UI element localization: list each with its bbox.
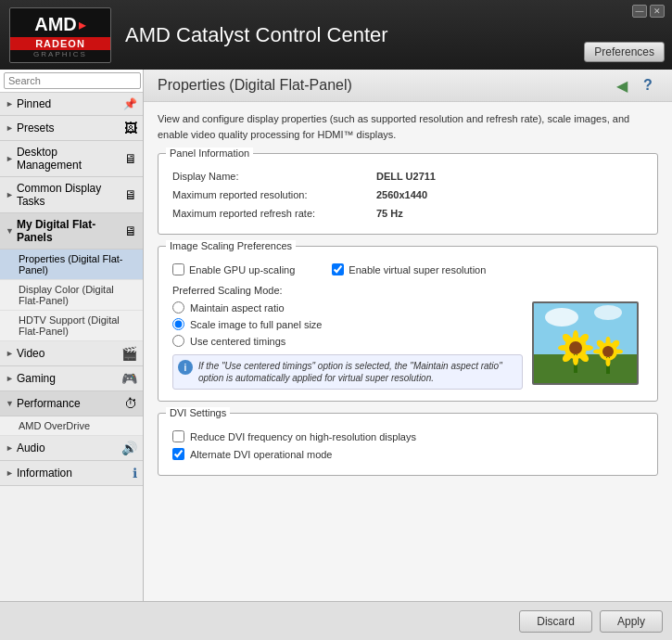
sidebar-item-pinned[interactable]: ► Pinned 📌 (0, 93, 143, 116)
svg-point-19 (606, 357, 611, 366)
video-icon: 🎬 (121, 346, 137, 361)
sidebar-label-video: Video (17, 347, 121, 360)
sidebar-item-common-display[interactable]: ► Common Display Tasks 🖥 (0, 177, 143, 213)
enable-vsr-label: Enable virtual super resolution (349, 264, 486, 275)
amd-text: AMD (34, 14, 77, 35)
sidebar-sublabel-display-color: Display Color (Digital Flat-Panel) (19, 284, 135, 306)
sidebar-item-flat-panels[interactable]: ▼ My Digital Flat-Panels 🖥 (0, 213, 143, 250)
sidebar: 🔍 » ► Pinned 📌 ► Presets 🖼 ► Desktop Man… (0, 70, 144, 601)
sidebar-label-gaming: Gaming (17, 372, 121, 385)
sidebar-label-common: Common Display Tasks (17, 182, 124, 208)
sidebar-item-performance[interactable]: ▼ Performance ⏱ (0, 391, 143, 416)
alternate-dvi-checkbox[interactable] (172, 448, 184, 460)
back-icon[interactable]: ◀ (612, 77, 632, 94)
radio-maintain: Maintain aspect ratio (172, 301, 523, 314)
sidebar-item-video[interactable]: ► Video 🎬 (0, 341, 143, 366)
chevron-right-icon-4: ► (6, 190, 14, 199)
svg-point-8 (573, 354, 578, 365)
svg-point-16 (602, 346, 614, 357)
max-refresh-row: Maximum reported refresh rate: 75 Hz (172, 208, 643, 219)
chevron-right-icon-5: ► (6, 349, 14, 358)
sidebar-sublabel-overdrive: AMD OverDrive (19, 420, 90, 431)
dvi-settings-group: DVI Settings Reduce DVI frequency on hig… (158, 413, 658, 476)
svg-point-10 (582, 345, 593, 351)
preferred-scaling-label: Preferred Scaling Mode: (172, 285, 643, 296)
chevron-right-icon-7: ► (6, 443, 14, 453)
discard-button[interactable]: Discard (519, 610, 592, 633)
sidebar-subitem-properties[interactable]: Properties (Digital Flat-Panel) (0, 250, 143, 280)
sidebar-label-information: Information (17, 467, 133, 480)
reduce-dvi-checkbox[interactable] (172, 430, 184, 442)
search-row: 🔍 » (0, 70, 143, 93)
alternate-dvi-label: Alternate DVI operational mode (190, 449, 332, 460)
max-resolution-row: Maximum reported resolution: 2560x1440 (172, 189, 643, 200)
radio-maintain-label: Maintain aspect ratio (190, 302, 285, 314)
radio-centered-label: Use centered timings (190, 336, 285, 347)
chevron-right-icon-2: ► (6, 123, 14, 133)
svg-point-20 (593, 350, 602, 354)
chevron-right-icon-6: ► (6, 374, 14, 383)
radio-maintain-input[interactable] (172, 301, 184, 314)
apply-button[interactable]: Apply (600, 610, 663, 633)
sidebar-item-presets[interactable]: ► Presets 🖼 (0, 116, 143, 141)
info-icon: ℹ (133, 466, 137, 480)
content-area: Properties (Digital Flat-Panel) ◀ ? View… (144, 70, 672, 601)
page-title: Properties (Digital Flat-Panel) (158, 77, 352, 94)
radeon-bar: RADEON (10, 37, 110, 50)
content-scroll: View and configure display properties (s… (144, 102, 672, 601)
reduce-dvi-row: Reduce DVI frequency on high-resolution … (172, 430, 643, 442)
enable-gpu-checkbox[interactable] (172, 263, 184, 275)
enable-gpu-row: Enable GPU up-scaling (172, 263, 295, 275)
sidebar-subitem-overdrive[interactable]: AMD OverDrive (0, 416, 143, 436)
chevron-down-icon: ▼ (6, 226, 14, 236)
help-icon[interactable]: ? (638, 77, 658, 94)
enable-vsr-checkbox[interactable] (332, 263, 344, 275)
scaling-preview (532, 301, 643, 390)
radio-scale-full-input[interactable] (172, 318, 184, 330)
chevron-right-icon-8: ► (6, 468, 14, 478)
info-circle-icon: i (178, 360, 193, 375)
max-resolution-label: Maximum reported resolution: (172, 189, 376, 200)
graphics-text: GRAPHICS (33, 50, 87, 58)
scaling-note: i If the "Use centered timings" option i… (172, 354, 523, 390)
svg-point-18 (606, 337, 611, 346)
minimize-button[interactable]: — (632, 5, 647, 18)
reduce-dvi-label: Reduce DVI frequency on high-resolution … (190, 431, 416, 442)
radio-scale-full-label: Scale image to full panel size (190, 319, 322, 330)
sidebar-label-flat-panels: My Digital Flat-Panels (17, 218, 124, 244)
sidebar-label-performance: Performance (17, 397, 124, 410)
svg-point-1 (545, 308, 578, 326)
sidebar-sublabel-properties: Properties (Digital Flat-Panel) (19, 253, 135, 275)
image-scaling-label: Image Scaling Preferences (166, 240, 296, 251)
sidebar-subitem-display-color[interactable]: Display Color (Digital Flat-Panel) (0, 280, 143, 311)
monitor-icon: 🖥 (124, 224, 137, 238)
radio-centered: Use centered timings (172, 335, 523, 347)
content-header: Properties (Digital Flat-Panel) ◀ ? (144, 70, 672, 102)
sidebar-label-presets: Presets (17, 122, 124, 134)
display-name-row: Display Name: DELL U2711 (172, 171, 643, 182)
max-refresh-value: 75 Hz (376, 208, 403, 219)
content-description: View and configure display properties (s… (158, 111, 658, 142)
sidebar-item-gaming[interactable]: ► Gaming 🎮 (0, 366, 143, 391)
chevron-right-icon-3: ► (6, 154, 14, 163)
search-input[interactable] (4, 72, 141, 89)
close-button[interactable]: ✕ (650, 5, 665, 18)
svg-point-7 (573, 330, 578, 341)
sidebar-item-information[interactable]: ► Information ℹ (0, 461, 143, 486)
desktop-icon: 🖥 (124, 151, 137, 166)
preferences-button[interactable]: Preferences (584, 42, 665, 62)
dvi-settings-label: DVI Settings (166, 407, 230, 418)
display-name-label: Display Name: (172, 171, 376, 182)
max-refresh-label: Maximum reported refresh rate: (172, 208, 376, 219)
enable-gpu-label: Enable GPU up-scaling (189, 264, 295, 275)
pin-icon: 📌 (123, 97, 137, 110)
radio-centered-input[interactable] (172, 335, 184, 347)
chevron-right-icon: ► (6, 99, 14, 109)
display-name-value: DELL U2711 (376, 171, 436, 182)
amd-arrow-icon: ▸ (79, 16, 86, 33)
sidebar-label-pinned: Pinned (17, 97, 123, 110)
sidebar-item-desktop-mgmt[interactable]: ► Desktop Management 🖥 (0, 141, 143, 177)
sidebar-subitem-hdtv[interactable]: HDTV Support (Digital Flat-Panel) (0, 311, 143, 341)
gaming-icon: 🎮 (121, 371, 137, 386)
sidebar-item-audio[interactable]: ► Audio 🔊 (0, 436, 143, 461)
